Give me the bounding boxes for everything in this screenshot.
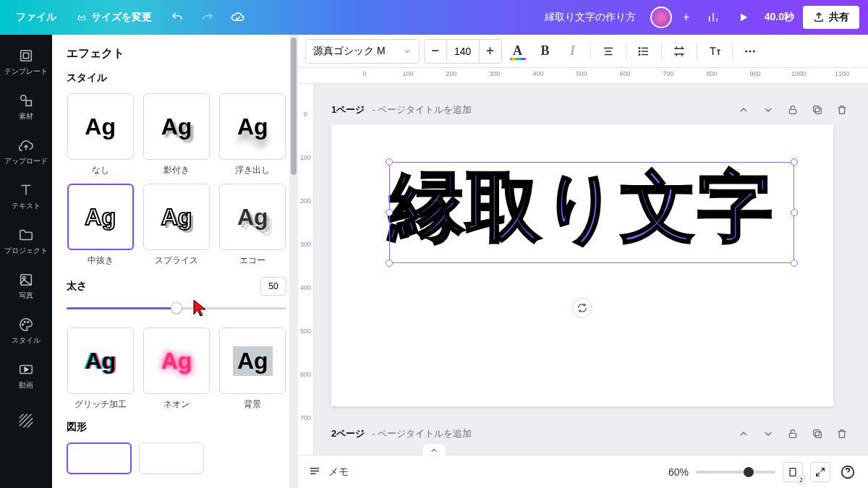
trash-icon xyxy=(836,428,848,440)
thickness-label: 太さ xyxy=(67,280,87,293)
thickness-slider-knob[interactable] xyxy=(171,302,182,314)
panel-title: エフェクト xyxy=(67,46,286,61)
rail-styles[interactable]: スタイル xyxy=(0,309,52,353)
svg-rect-18 xyxy=(814,106,820,112)
effect-echo[interactable]: Agエコー xyxy=(219,184,286,267)
rail-photos[interactable]: 写真 xyxy=(0,265,52,308)
add-collaborator-button[interactable]: + xyxy=(678,9,695,26)
help-button[interactable] xyxy=(838,462,858,482)
undo-button[interactable] xyxy=(165,5,190,30)
font-size-value[interactable]: 140 xyxy=(446,40,480,63)
notes-icon xyxy=(308,466,321,479)
page-expand[interactable] xyxy=(760,425,777,442)
page-lock[interactable] xyxy=(784,425,801,442)
selected-text-box[interactable]: 縁取り文字 xyxy=(389,162,794,263)
page-collapse[interactable] xyxy=(735,101,752,119)
present-button[interactable] xyxy=(731,5,756,30)
page-duplicate[interactable] xyxy=(809,425,826,442)
page-title-placeholder[interactable]: - ページタイトルを追加 xyxy=(372,103,472,116)
svg-rect-3 xyxy=(26,100,31,106)
effect-none[interactable]: Agなし xyxy=(67,93,134,176)
chevron-down-icon xyxy=(762,428,774,440)
rail-uploads[interactable]: アップロード xyxy=(0,130,52,174)
page-lock[interactable] xyxy=(784,101,801,119)
svg-point-13 xyxy=(745,50,747,52)
rail-more[interactable] xyxy=(0,399,52,442)
share-button[interactable]: 共有 xyxy=(803,6,859,29)
templates-icon xyxy=(18,48,34,64)
effect-shadow[interactable]: Ag影付き xyxy=(142,93,210,176)
text-toolbar: 源真ゴシック M − 140 + A B I xyxy=(298,35,868,68)
thickness-slider[interactable] xyxy=(67,300,286,317)
svg-point-11 xyxy=(639,51,640,52)
effects-toggle-button[interactable] xyxy=(703,40,726,63)
page-expand[interactable] xyxy=(760,101,777,119)
page-1-canvas[interactable]: 縁取り文字 xyxy=(331,124,833,406)
bold-button[interactable]: B xyxy=(534,40,557,63)
shape-none[interactable] xyxy=(67,442,132,474)
list-button[interactable] xyxy=(632,40,655,63)
help-icon xyxy=(840,464,856,480)
rail-templates[interactable]: テンプレート xyxy=(0,40,52,84)
effect-outline[interactable]: Ag中抜き xyxy=(67,184,134,267)
rail-videos[interactable]: 動画 xyxy=(0,354,52,398)
effect-lift[interactable]: Ag浮き出し xyxy=(219,93,286,176)
rail-elements[interactable]: 素材 xyxy=(0,85,52,129)
top-bar: ファイル サイズを変更 縁取り文字の作り方 + 40.0秒 共有 xyxy=(0,0,868,35)
page-1-header: 1ページ - ページタイトルを追加 xyxy=(331,101,851,119)
zoom-slider[interactable] xyxy=(696,471,775,474)
effect-background[interactable]: Ag背景 xyxy=(219,328,286,411)
shape-curve[interactable] xyxy=(139,442,204,474)
more-button[interactable] xyxy=(739,40,762,63)
zoom-percentage[interactable]: 60% xyxy=(668,466,689,478)
effect-splice[interactable]: Agスプライス xyxy=(142,184,210,267)
page-tray-toggle[interactable] xyxy=(422,443,446,456)
page-duplicate[interactable] xyxy=(809,101,826,119)
chevron-down-icon xyxy=(403,47,412,56)
avatar[interactable] xyxy=(650,7,672,28)
align-button[interactable] xyxy=(597,40,620,63)
analytics-button[interactable] xyxy=(701,5,726,30)
font-size-increase[interactable]: + xyxy=(480,40,501,63)
svg-rect-21 xyxy=(814,430,820,436)
svg-rect-17 xyxy=(815,108,821,114)
italic-button[interactable]: I xyxy=(561,40,584,63)
page-collapse[interactable] xyxy=(735,425,752,442)
rail-text[interactable]: テキスト xyxy=(0,175,52,218)
spacing-button[interactable] xyxy=(668,40,691,63)
rail-projects[interactable]: プロジェクト xyxy=(0,220,52,263)
spacing-icon xyxy=(673,45,686,58)
svg-point-7 xyxy=(24,321,25,322)
thickness-value[interactable]: 50 xyxy=(260,277,286,296)
fullscreen-button[interactable] xyxy=(810,462,830,482)
video-icon xyxy=(18,361,34,377)
page-title-placeholder[interactable]: - ページタイトルを追加 xyxy=(372,427,472,440)
style-section-header: スタイル xyxy=(67,72,286,85)
resize-menu[interactable]: サイズを変更 xyxy=(69,7,159,28)
effect-glitch[interactable]: Agグリッチ加工 xyxy=(67,328,134,411)
redo-icon xyxy=(201,11,214,24)
file-menu[interactable]: ファイル xyxy=(9,7,64,28)
bottom-bar: メモ 60% 2 xyxy=(298,455,868,488)
refresh-icon xyxy=(576,302,588,314)
lock-open-icon xyxy=(787,104,799,116)
panel-scroll-thumb[interactable] xyxy=(291,38,297,175)
document-title[interactable]: 縁取り文字の作り方 xyxy=(536,11,644,24)
page-count-button[interactable]: 2 xyxy=(783,462,803,482)
palette-icon xyxy=(18,317,34,333)
font-size-decrease[interactable]: − xyxy=(425,40,446,63)
pages-viewport[interactable]: 1ページ - ページタイトルを追加 縁取り文字 xyxy=(314,84,868,455)
notes-button[interactable]: メモ xyxy=(328,466,349,479)
ruler-vertical: 0 100 200 300 400 500 600 700 xyxy=(298,84,314,455)
effect-neon[interactable]: Agネオン xyxy=(142,328,210,411)
page-delete[interactable] xyxy=(833,101,851,119)
duration-display[interactable]: 40.0秒 xyxy=(762,7,797,28)
sync-fab[interactable] xyxy=(572,298,592,318)
redo-button[interactable] xyxy=(195,5,220,30)
page-delete[interactable] xyxy=(833,425,851,442)
font-family-select[interactable]: 源真ゴシック M xyxy=(305,39,420,64)
copy-icon xyxy=(812,104,823,116)
list-icon xyxy=(637,45,650,58)
cloud-sync-button[interactable] xyxy=(226,5,250,30)
text-color-button[interactable]: A xyxy=(506,40,529,63)
